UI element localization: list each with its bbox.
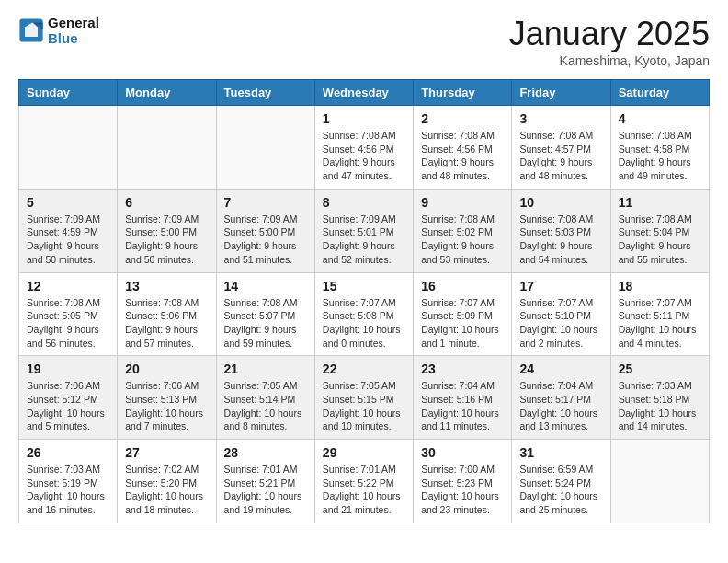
day-info: Sunrise: 7:06 AM Sunset: 5:12 PM Dayligh…: [27, 379, 109, 433]
day-number: 16: [421, 279, 504, 293]
day-info: Sunrise: 7:02 AM Sunset: 5:20 PM Dayligh…: [125, 463, 208, 517]
day-cell: 29Sunrise: 7:01 AM Sunset: 5:22 PM Dayli…: [314, 440, 413, 523]
day-cell: 13Sunrise: 7:08 AM Sunset: 5:06 PM Dayli…: [118, 272, 216, 356]
day-info: Sunrise: 7:07 AM Sunset: 5:09 PM Dayligh…: [421, 296, 504, 350]
weekday-header-wednesday: Wednesday: [314, 80, 413, 106]
day-cell: 8Sunrise: 7:09 AM Sunset: 5:01 PM Daylig…: [314, 189, 413, 272]
logo: General Blue: [18, 15, 99, 46]
day-info: Sunrise: 7:05 AM Sunset: 5:15 PM Dayligh…: [323, 379, 405, 433]
day-info: Sunrise: 6:59 AM Sunset: 5:24 PM Dayligh…: [519, 463, 602, 517]
day-cell: 5Sunrise: 7:09 AM Sunset: 4:59 PM Daylig…: [19, 189, 118, 272]
day-number: 23: [421, 362, 504, 376]
day-number: 12: [27, 279, 109, 293]
header: General Blue January 2025 Kameshima, Kyo…: [18, 15, 710, 68]
day-cell: 21Sunrise: 7:05 AM Sunset: 5:14 PM Dayli…: [216, 356, 314, 440]
day-cell: 31Sunrise: 6:59 AM Sunset: 5:24 PM Dayli…: [512, 440, 610, 523]
day-info: Sunrise: 7:08 AM Sunset: 4:57 PM Dayligh…: [519, 129, 602, 183]
day-cell: 19Sunrise: 7:06 AM Sunset: 5:12 PM Dayli…: [19, 356, 118, 440]
day-number: 19: [27, 362, 109, 376]
day-info: Sunrise: 7:09 AM Sunset: 5:00 PM Dayligh…: [125, 213, 208, 267]
day-info: Sunrise: 7:09 AM Sunset: 5:00 PM Dayligh…: [224, 213, 307, 267]
day-number: 26: [27, 445, 109, 460]
day-info: Sunrise: 7:08 AM Sunset: 4:56 PM Dayligh…: [421, 129, 504, 183]
page-container: General Blue January 2025 Kameshima, Kyo…: [0, 0, 728, 538]
day-cell: [216, 106, 314, 190]
day-cell: 7Sunrise: 7:09 AM Sunset: 5:00 PM Daylig…: [216, 189, 314, 272]
day-number: 3: [519, 111, 602, 126]
day-number: 29: [323, 445, 405, 460]
weekday-header-row: SundayMondayTuesdayWednesdayThursdayFrid…: [19, 80, 710, 106]
day-number: 30: [421, 445, 504, 460]
day-info: Sunrise: 7:03 AM Sunset: 5:19 PM Dayligh…: [27, 463, 109, 517]
day-info: Sunrise: 7:08 AM Sunset: 5:07 PM Dayligh…: [224, 296, 307, 350]
day-cell: 9Sunrise: 7:08 AM Sunset: 5:02 PM Daylig…: [414, 189, 512, 272]
day-info: Sunrise: 7:04 AM Sunset: 5:17 PM Dayligh…: [519, 379, 602, 433]
weekday-header-tuesday: Tuesday: [216, 80, 314, 106]
day-info: Sunrise: 7:01 AM Sunset: 5:21 PM Dayligh…: [224, 463, 307, 517]
day-number: 15: [323, 279, 405, 293]
weekday-header-thursday: Thursday: [414, 80, 512, 106]
day-number: 14: [224, 279, 307, 293]
day-number: 27: [125, 445, 208, 460]
day-info: Sunrise: 7:00 AM Sunset: 5:23 PM Dayligh…: [421, 463, 504, 517]
weekday-header-friday: Friday: [512, 80, 610, 106]
day-info: Sunrise: 7:04 AM Sunset: 5:16 PM Dayligh…: [421, 379, 504, 433]
day-cell: 3Sunrise: 7:08 AM Sunset: 4:57 PM Daylig…: [512, 106, 610, 190]
day-number: 11: [619, 195, 701, 210]
location: Kameshima, Kyoto, Japan: [509, 53, 710, 68]
day-number: 17: [519, 279, 602, 293]
day-cell: 27Sunrise: 7:02 AM Sunset: 5:20 PM Dayli…: [118, 440, 216, 523]
day-number: 31: [519, 445, 602, 460]
day-info: Sunrise: 7:05 AM Sunset: 5:14 PM Dayligh…: [224, 379, 307, 433]
day-info: Sunrise: 7:08 AM Sunset: 5:06 PM Dayligh…: [125, 296, 208, 350]
day-info: Sunrise: 7:07 AM Sunset: 5:08 PM Dayligh…: [323, 296, 405, 350]
title-area: January 2025 Kameshima, Kyoto, Japan: [509, 15, 710, 68]
day-number: 5: [27, 195, 109, 210]
logo-text: General Blue: [48, 15, 99, 46]
day-cell: 20Sunrise: 7:06 AM Sunset: 5:13 PM Dayli…: [118, 356, 216, 440]
day-number: 10: [519, 195, 602, 210]
day-number: 18: [619, 279, 701, 293]
day-cell: 10Sunrise: 7:08 AM Sunset: 5:03 PM Dayli…: [512, 189, 610, 272]
day-cell: [118, 106, 216, 190]
weekday-header-monday: Monday: [118, 80, 216, 106]
day-cell: 25Sunrise: 7:03 AM Sunset: 5:18 PM Dayli…: [610, 356, 709, 440]
day-info: Sunrise: 7:07 AM Sunset: 5:10 PM Dayligh…: [519, 296, 602, 350]
day-info: Sunrise: 7:08 AM Sunset: 4:58 PM Dayligh…: [619, 129, 701, 183]
day-cell: 22Sunrise: 7:05 AM Sunset: 5:15 PM Dayli…: [314, 356, 413, 440]
day-cell: 24Sunrise: 7:04 AM Sunset: 5:17 PM Dayli…: [512, 356, 610, 440]
logo-icon: [18, 17, 44, 43]
day-info: Sunrise: 7:07 AM Sunset: 5:11 PM Dayligh…: [619, 296, 701, 350]
day-number: 8: [323, 195, 405, 210]
day-cell: [610, 440, 709, 523]
day-cell: 26Sunrise: 7:03 AM Sunset: 5:19 PM Dayli…: [19, 440, 118, 523]
day-number: 21: [224, 362, 307, 376]
day-info: Sunrise: 7:06 AM Sunset: 5:13 PM Dayligh…: [125, 379, 208, 433]
day-info: Sunrise: 7:08 AM Sunset: 4:56 PM Dayligh…: [323, 129, 405, 183]
day-cell: 16Sunrise: 7:07 AM Sunset: 5:09 PM Dayli…: [414, 272, 512, 356]
day-cell: [19, 106, 118, 190]
day-cell: 17Sunrise: 7:07 AM Sunset: 5:10 PM Dayli…: [512, 272, 610, 356]
day-info: Sunrise: 7:08 AM Sunset: 5:02 PM Dayligh…: [421, 213, 504, 267]
week-row-2: 5Sunrise: 7:09 AM Sunset: 4:59 PM Daylig…: [19, 189, 710, 272]
day-number: 28: [224, 445, 307, 460]
day-cell: 2Sunrise: 7:08 AM Sunset: 4:56 PM Daylig…: [414, 106, 512, 190]
day-number: 1: [323, 111, 405, 126]
day-number: 24: [519, 362, 602, 376]
day-cell: 28Sunrise: 7:01 AM Sunset: 5:21 PM Dayli…: [216, 440, 314, 523]
day-cell: 15Sunrise: 7:07 AM Sunset: 5:08 PM Dayli…: [314, 272, 413, 356]
day-number: 25: [619, 362, 701, 376]
day-number: 2: [421, 111, 504, 126]
day-cell: 11Sunrise: 7:08 AM Sunset: 5:04 PM Dayli…: [610, 189, 709, 272]
week-row-4: 19Sunrise: 7:06 AM Sunset: 5:12 PM Dayli…: [19, 356, 710, 440]
week-row-5: 26Sunrise: 7:03 AM Sunset: 5:19 PM Dayli…: [19, 440, 710, 523]
week-row-3: 12Sunrise: 7:08 AM Sunset: 5:05 PM Dayli…: [19, 272, 710, 356]
day-cell: 6Sunrise: 7:09 AM Sunset: 5:00 PM Daylig…: [118, 189, 216, 272]
day-cell: 12Sunrise: 7:08 AM Sunset: 5:05 PM Dayli…: [19, 272, 118, 356]
day-number: 6: [125, 195, 208, 210]
day-info: Sunrise: 7:09 AM Sunset: 4:59 PM Dayligh…: [27, 213, 109, 267]
weekday-header-saturday: Saturday: [610, 80, 709, 106]
day-cell: 23Sunrise: 7:04 AM Sunset: 5:16 PM Dayli…: [414, 356, 512, 440]
day-info: Sunrise: 7:08 AM Sunset: 5:04 PM Dayligh…: [619, 213, 701, 267]
day-info: Sunrise: 7:08 AM Sunset: 5:03 PM Dayligh…: [519, 213, 602, 267]
